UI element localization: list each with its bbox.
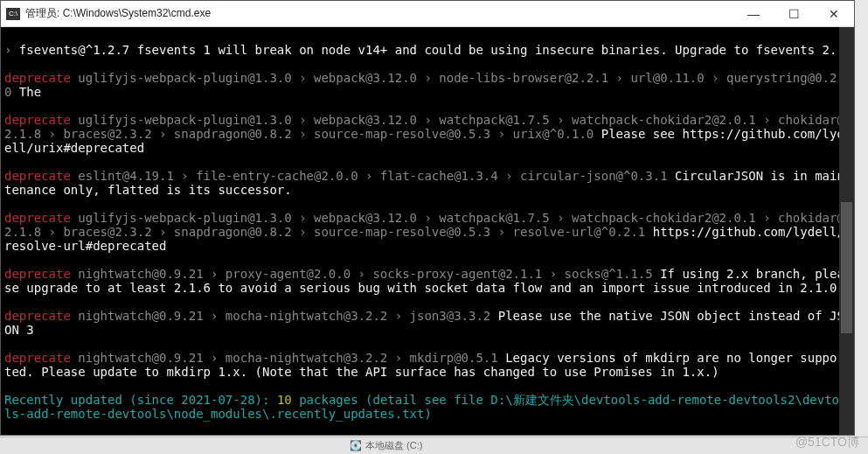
disk-icon: 💽 (350, 440, 362, 451)
taskbar[interactable]: 💽 本地磁盘 (C:) (0, 437, 868, 454)
tail-querystring: The (19, 85, 41, 99)
close-button[interactable]: ✕ (814, 1, 854, 27)
deprecate-label: deprecate (4, 71, 71, 85)
watermark: @51CTO博 (795, 435, 859, 451)
cmd-window: C:\ 管理员: C:\Windows\System32\cmd.exe — ☐… (0, 0, 855, 436)
window-title: 管理员: C:\Windows\System32\cmd.exe (25, 6, 211, 21)
scrollbar-thumb[interactable] (841, 202, 852, 333)
scrollbar[interactable] (839, 27, 854, 435)
taskbar-disk-label: 本地磁盘 (C:) (365, 439, 422, 452)
taskbar-item-disk[interactable]: 💽 本地磁盘 (C:) (350, 439, 422, 452)
deprecate-label: deprecate (4, 351, 71, 365)
deprecate-label: deprecate (4, 113, 71, 127)
titlebar[interactable]: C:\ 管理员: C:\Windows\System32\cmd.exe — ☐… (1, 1, 854, 27)
deprecate-label: deprecate (4, 309, 71, 323)
recently-updated-count: 10 (277, 393, 292, 407)
msg-fsevents: fsevents 1 will break on node v14+ and c… (129, 43, 837, 57)
chain-json3: nightwatch@0.9.21 › mocha-nightwatch@3.2… (71, 309, 498, 323)
chain-socks: nightwatch@0.9.21 › proxy-agent@2.0.0 › … (71, 267, 660, 281)
cmd-icon: C:\ (6, 8, 20, 20)
terminal-output[interactable]: › fsevents@^1.2.7 fsevents 1 will break … (1, 27, 854, 435)
chain-circularjson: eslint@4.19.1 › file-entry-cache@2.0.0 ›… (71, 169, 675, 183)
chain-mkdirp: nightwatch@0.9.21 › mocha-nightwatch@3.2… (71, 351, 505, 365)
deprecate-label: deprecate (4, 169, 71, 183)
pkg-fsevents: fsevents@^1.2.7 (19, 43, 129, 57)
chain-querystring: uglifyjs-webpack-plugin@1.3.0 › webpack@… (4, 71, 844, 99)
deprecate-label: deprecate (4, 211, 71, 225)
recently-updated-label: Recently updated (since 2021-07-28): (4, 393, 277, 407)
minimize-button[interactable]: — (733, 1, 774, 27)
window-controls: — ☐ ✕ (733, 1, 854, 27)
maximize-button[interactable]: ☐ (774, 1, 814, 27)
deprecate-label: deprecate (4, 267, 71, 281)
